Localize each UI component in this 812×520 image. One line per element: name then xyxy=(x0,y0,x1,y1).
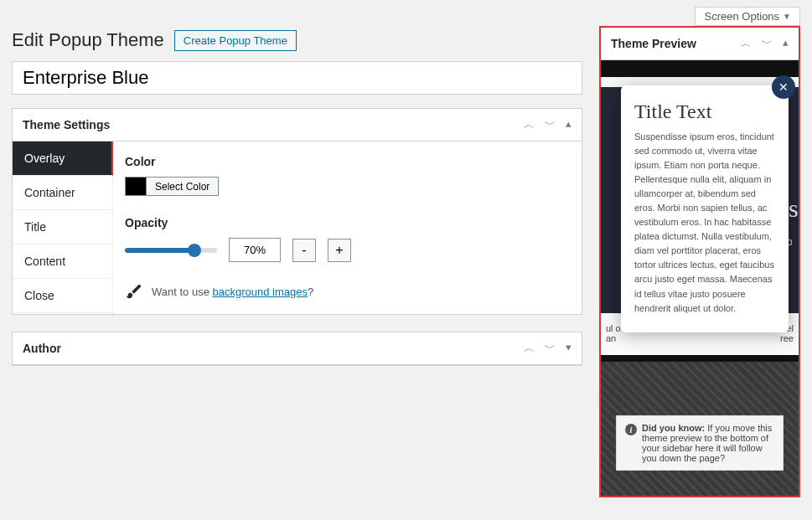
author-panel: Author ︿ ﹀ ▾ xyxy=(12,332,582,366)
screen-options-label: Screen Options xyxy=(704,10,779,23)
page-title: Edit Popup Theme xyxy=(12,29,164,51)
theme-settings-panel: Theme Settings ︿ ﹀ ▴ Overlay Container T… xyxy=(12,108,582,315)
opacity-label: Opacity xyxy=(125,216,570,229)
author-title: Author xyxy=(23,342,61,355)
tip-box: i Did you know: If you move this theme p… xyxy=(616,415,784,471)
theme-preview-panel: Theme Preview ︿ ﹀ ▴ Mes essd to ul oeela… xyxy=(599,26,800,497)
info-icon: i xyxy=(625,424,637,435)
background-images-link[interactable]: background images xyxy=(213,286,308,298)
tip-text: Did you know: If you move this theme pre… xyxy=(642,423,774,463)
preview-viewport: Mes essd to ul oeelanree ✕ Title Text Su… xyxy=(601,60,799,496)
move-up-icon[interactable]: ︿ xyxy=(524,117,535,132)
opacity-input[interactable] xyxy=(229,238,281,262)
collapse-icon[interactable]: ▴ xyxy=(566,117,572,132)
decrement-button[interactable]: - xyxy=(292,239,316,262)
close-icon[interactable]: ✕ xyxy=(772,75,795,99)
move-down-icon[interactable]: ﹀ xyxy=(762,36,773,51)
create-theme-button[interactable]: Create Popup Theme xyxy=(174,30,297,51)
theme-preview-header[interactable]: Theme Preview ︿ ﹀ ▴ xyxy=(601,28,799,60)
theme-settings-header[interactable]: Theme Settings ︿ ﹀ ▴ xyxy=(13,109,582,142)
tab-title[interactable]: Title xyxy=(13,210,112,245)
tab-container[interactable]: Container xyxy=(13,176,112,210)
collapse-icon[interactable]: ▴ xyxy=(783,36,789,51)
opacity-slider[interactable] xyxy=(125,248,217,253)
popup-title: Title Text xyxy=(634,100,775,123)
author-header[interactable]: Author ︿ ﹀ ▾ xyxy=(13,332,582,365)
settings-tabs: Overlay Container Title Content Close xyxy=(13,142,113,314)
tab-overlay[interactable]: Overlay xyxy=(13,142,113,176)
theme-settings-title: Theme Settings xyxy=(23,118,110,131)
tab-content[interactable]: Content xyxy=(13,245,112,279)
move-up-icon[interactable]: ︿ xyxy=(524,341,535,356)
hint-text: Want to use background images? xyxy=(152,286,313,298)
popup-body: Suspendisse ipsum eros, tincidunt sed co… xyxy=(634,130,775,316)
slider-thumb-icon[interactable] xyxy=(188,244,201,257)
screen-options-button[interactable]: Screen Options ▼ xyxy=(695,7,800,26)
increment-button[interactable]: + xyxy=(328,239,351,262)
chevron-down-icon: ▼ xyxy=(783,12,791,21)
brush-icon xyxy=(125,282,143,301)
move-down-icon[interactable]: ﹀ xyxy=(545,117,556,132)
expand-icon[interactable]: ▾ xyxy=(566,341,572,356)
popup-preview-card: ✕ Title Text Suspendisse ipsum eros, tin… xyxy=(621,85,789,332)
tab-close[interactable]: Close xyxy=(13,279,112,313)
move-up-icon[interactable]: ︿ xyxy=(741,36,752,51)
theme-title-input[interactable] xyxy=(12,61,582,95)
color-label: Color xyxy=(125,155,570,168)
color-swatch[interactable] xyxy=(125,177,147,196)
select-color-button[interactable]: Select Color xyxy=(147,177,219,196)
theme-preview-title: Theme Preview xyxy=(611,37,696,50)
move-down-icon[interactable]: ﹀ xyxy=(545,341,556,356)
